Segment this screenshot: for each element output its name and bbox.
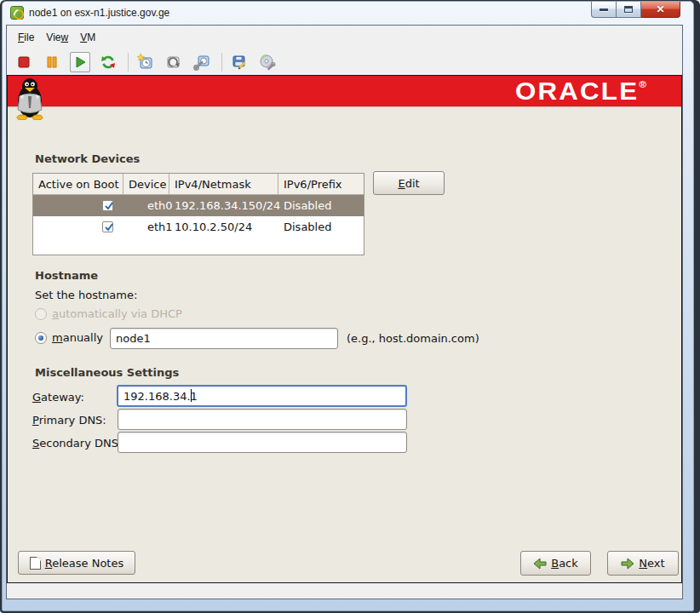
close-button[interactable]: ✕ bbox=[641, 2, 680, 18]
manual-radio-option[interactable]: manually bbox=[35, 331, 103, 344]
revert-snapshot-button[interactable] bbox=[164, 52, 184, 72]
ipv4-cell: 10.10.2.50/24 bbox=[169, 221, 278, 233]
text-caret bbox=[191, 389, 192, 402]
back-arrow-icon bbox=[533, 558, 547, 570]
primary-dns-input[interactable] bbox=[118, 409, 407, 430]
manage-snapshots-icon bbox=[193, 54, 210, 71]
power-off-button[interactable] bbox=[14, 52, 34, 72]
network-devices-heading: Network Devices bbox=[35, 152, 140, 165]
manual-radio-label: manually bbox=[52, 331, 103, 344]
ipv6-cell: Disabled bbox=[278, 221, 364, 233]
edit-vm-settings-button[interactable] bbox=[229, 52, 250, 72]
cd-dvd-settings-icon bbox=[259, 54, 276, 71]
active-on-boot-checkbox[interactable] bbox=[102, 221, 113, 232]
pause-button[interactable] bbox=[42, 52, 62, 72]
menu-vm[interactable]: VM bbox=[74, 28, 101, 47]
maximize-button[interactable] bbox=[617, 2, 641, 18]
play-button[interactable] bbox=[70, 52, 90, 72]
gateway-field-wrap bbox=[117, 385, 407, 407]
ipv4-cell: 192.168.34.150/24 bbox=[169, 199, 278, 212]
window-controls: ✕ bbox=[591, 2, 680, 18]
dhcp-radio-option: automatically via DHCP bbox=[35, 307, 182, 320]
document-icon bbox=[30, 557, 41, 570]
revert-snapshot-icon bbox=[165, 54, 182, 71]
toolbar-separator bbox=[128, 53, 129, 72]
pause-icon bbox=[43, 54, 60, 71]
active-on-boot-checkbox[interactable] bbox=[102, 200, 113, 211]
menu-view[interactable]: View bbox=[40, 28, 74, 47]
menubar: File View VM bbox=[7, 26, 682, 49]
misc-settings-heading: Miscellaneous Settings bbox=[35, 366, 179, 379]
network-devices-table[interactable]: Active on Boot Device IPv4/Netmask IPv6/… bbox=[32, 173, 364, 255]
column-device: Device bbox=[123, 174, 169, 194]
titlebar[interactable]: node1 on esx-n1.justice.gov.ge bbox=[3, 2, 693, 24]
ipv6-cell: Disabled bbox=[278, 199, 364, 212]
edit-vm-settings-icon bbox=[231, 54, 248, 71]
edit-button[interactable]: Edit bbox=[373, 171, 445, 195]
menu-file[interactable]: File bbox=[12, 28, 40, 47]
take-snapshot-button[interactable] bbox=[135, 52, 156, 72]
hostname-input[interactable] bbox=[110, 328, 338, 349]
table-row[interactable]: eth1 10.10.2.50/24 Disabled bbox=[33, 216, 364, 238]
reset-button[interactable] bbox=[98, 52, 118, 72]
client-area: File View VM bbox=[6, 25, 683, 599]
window-frame: node1 on esx-n1.justice.gov.ge ✕ File Vi… bbox=[2, 1, 694, 611]
dhcp-radio bbox=[35, 308, 47, 320]
guest-console-screen: ORACLE® Network Devices bbox=[7, 75, 682, 583]
vmware-app-icon bbox=[10, 6, 24, 20]
play-icon bbox=[72, 54, 89, 71]
gateway-label: Gateway: bbox=[32, 391, 84, 404]
tux-penguin-logo bbox=[12, 77, 48, 120]
close-icon: ✕ bbox=[656, 4, 664, 14]
reset-icon bbox=[100, 54, 117, 71]
device-cell: eth0 bbox=[123, 199, 169, 212]
primary-dns-label: Primary DNS: bbox=[32, 414, 106, 427]
hostname-hint: (e.g., host.domain.com) bbox=[347, 332, 479, 345]
column-active-on-boot: Active on Boot bbox=[33, 174, 123, 194]
vmware-console-window: node1 on esx-n1.justice.gov.ge ✕ File Vi… bbox=[0, 0, 700, 613]
window-title: node1 on esx-n1.justice.gov.ge bbox=[29, 7, 169, 19]
minimize-button[interactable] bbox=[591, 2, 617, 18]
next-button[interactable]: Next bbox=[607, 551, 679, 576]
release-notes-button[interactable]: Release Notes bbox=[18, 551, 135, 575]
secondary-dns-input[interactable] bbox=[118, 432, 407, 453]
back-button[interactable]: Back bbox=[520, 551, 591, 576]
installer-banner: ORACLE® bbox=[8, 76, 681, 107]
manage-snapshots-button[interactable] bbox=[192, 52, 212, 72]
cd-dvd-settings-button[interactable] bbox=[257, 52, 278, 72]
hostname-heading: Hostname bbox=[35, 269, 98, 282]
next-arrow-icon bbox=[621, 558, 634, 570]
checkmark-icon bbox=[103, 221, 115, 233]
column-ipv6: IPv6/Prefix bbox=[278, 174, 364, 194]
column-ipv4: IPv4/Netmask bbox=[169, 174, 278, 194]
maximize-icon bbox=[624, 6, 633, 13]
toolbar-separator bbox=[221, 53, 222, 72]
manual-radio[interactable] bbox=[35, 332, 47, 344]
set-hostname-prompt: Set the hostname: bbox=[35, 289, 137, 301]
dhcp-radio-label: automatically via DHCP bbox=[52, 307, 182, 320]
table-header: Active on Boot Device IPv4/Netmask IPv6/… bbox=[33, 174, 364, 195]
minimize-icon bbox=[600, 9, 608, 11]
toolbar bbox=[7, 49, 682, 75]
table-row[interactable]: eth0 192.168.34.150/24 Disabled bbox=[33, 195, 364, 216]
device-cell: eth1 bbox=[123, 221, 169, 233]
secondary-dns-label: Secondary DNS: bbox=[32, 437, 122, 450]
gateway-input[interactable] bbox=[117, 385, 407, 407]
oracle-logo: ORACLE® bbox=[489, 77, 673, 106]
checkmark-icon bbox=[103, 200, 115, 212]
power-off-icon bbox=[15, 54, 32, 71]
take-snapshot-icon bbox=[137, 54, 154, 71]
